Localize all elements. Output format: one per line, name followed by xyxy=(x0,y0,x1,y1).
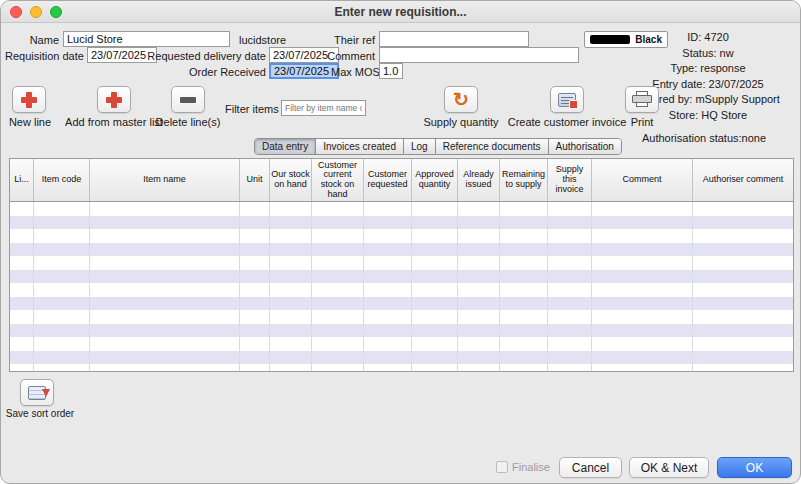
table-cell xyxy=(693,310,793,324)
table-row[interactable] xyxy=(10,364,793,371)
table-row[interactable] xyxy=(10,270,793,284)
table-cell xyxy=(500,229,548,243)
table-cell xyxy=(592,364,693,371)
table-cell xyxy=(270,364,312,371)
new-line-button[interactable] xyxy=(12,86,46,113)
tab-bar: Data entryInvoices createdLogReference d… xyxy=(254,138,622,155)
supply-quantity-button[interactable]: ↻ xyxy=(444,86,478,113)
table-row[interactable] xyxy=(10,337,793,351)
column-header-5[interactable]: Customer current stock on hand xyxy=(312,159,364,201)
table-cell xyxy=(412,216,458,230)
table-cell xyxy=(34,270,90,284)
save-sort-order-button[interactable] xyxy=(20,379,54,406)
column-header-8[interactable]: Already issued xyxy=(458,159,500,201)
table-cell xyxy=(500,256,548,270)
ok-button[interactable]: OK xyxy=(717,457,792,478)
column-header-9[interactable]: Remaining to supply xyxy=(500,159,548,201)
table-row[interactable] xyxy=(10,243,793,257)
table-cell xyxy=(592,337,693,351)
table-cell xyxy=(90,256,240,270)
column-header-0[interactable]: Li... xyxy=(10,159,34,201)
name-label: Name xyxy=(9,34,59,46)
tab-data-entry[interactable]: Data entry xyxy=(255,139,316,154)
table-cell xyxy=(592,351,693,365)
table-cell xyxy=(10,297,34,311)
table-row[interactable] xyxy=(10,283,793,297)
table-cell xyxy=(458,351,500,365)
tab-invoices-created[interactable]: Invoices created xyxy=(316,139,404,154)
max-mos-input[interactable] xyxy=(379,63,403,79)
column-header-2[interactable]: Item name xyxy=(90,159,240,201)
column-header-12[interactable]: Authoriser comment xyxy=(693,159,794,201)
table-cell xyxy=(693,202,793,216)
filter-items-label: Filter items xyxy=(225,103,279,115)
table-cell xyxy=(412,324,458,338)
ok-next-button[interactable]: OK & Next xyxy=(629,457,709,478)
table-cell xyxy=(458,297,500,311)
finalise-checkbox[interactable] xyxy=(496,461,508,473)
cancel-button[interactable]: Cancel xyxy=(559,457,622,478)
column-header-4[interactable]: Our stock on hand xyxy=(270,159,312,201)
create-customer-invoice-button[interactable] xyxy=(550,86,584,113)
comment-input[interactable] xyxy=(379,47,579,63)
table-cell xyxy=(312,324,364,338)
table-cell xyxy=(500,364,548,371)
table-cell xyxy=(500,337,548,351)
table-row[interactable] xyxy=(10,324,793,338)
table-cell xyxy=(240,256,270,270)
order-received-label: Order Received xyxy=(181,66,266,78)
column-header-7[interactable]: Approved quantity xyxy=(412,159,458,201)
table-cell xyxy=(458,202,500,216)
table-cell xyxy=(412,270,458,284)
column-header-3[interactable]: Unit xyxy=(240,159,270,201)
print-button[interactable] xyxy=(625,86,659,113)
table-cell xyxy=(548,256,592,270)
table-cell xyxy=(34,351,90,365)
table-row[interactable] xyxy=(10,351,793,365)
table-cell xyxy=(412,243,458,257)
requisition-lines-table: Li...Item codeItem nameUnitOur stock on … xyxy=(9,158,794,372)
delete-lines-button[interactable] xyxy=(171,86,205,113)
table-cell xyxy=(90,229,240,243)
table-cell xyxy=(592,216,693,230)
table-row[interactable] xyxy=(10,256,793,270)
table-cell xyxy=(548,351,592,365)
table-cell xyxy=(458,243,500,257)
max-mos-label: Max MOS xyxy=(331,66,375,78)
table-row[interactable] xyxy=(10,202,793,216)
tab-reference-documents[interactable]: Reference documents xyxy=(436,139,549,154)
table-cell xyxy=(548,364,592,371)
table-cell xyxy=(10,364,34,371)
column-header-11[interactable]: Comment xyxy=(592,159,693,201)
table-cell xyxy=(592,256,693,270)
printer-icon xyxy=(632,91,652,108)
table-cell xyxy=(412,283,458,297)
table-row[interactable] xyxy=(10,216,793,230)
table-cell xyxy=(34,283,90,297)
table-cell xyxy=(364,270,412,284)
table-cell xyxy=(364,202,412,216)
column-header-1[interactable]: Item code xyxy=(34,159,90,201)
table-cell xyxy=(90,310,240,324)
table-row[interactable] xyxy=(10,229,793,243)
requested-delivery-date-label: Requested delivery date xyxy=(146,50,266,62)
table-cell xyxy=(90,351,240,365)
column-header-6[interactable]: Customer requested xyxy=(364,159,412,201)
delete-lines-label: Delete line(s) xyxy=(152,116,224,128)
name-input[interactable] xyxy=(63,31,230,47)
their-ref-input[interactable] xyxy=(379,31,529,47)
column-header-10[interactable]: Supply this invoice xyxy=(548,159,592,201)
filter-items-input[interactable] xyxy=(281,100,366,116)
table-cell xyxy=(270,216,312,230)
comment-label: Comment xyxy=(327,50,375,62)
table-cell xyxy=(90,283,240,297)
table-row[interactable] xyxy=(10,310,793,324)
tab-log[interactable]: Log xyxy=(404,139,436,154)
order-received-input[interactable] xyxy=(269,63,339,79)
tab-authorisation[interactable]: Authorisation xyxy=(549,139,621,154)
table-cell xyxy=(10,229,34,243)
table-cell xyxy=(364,216,412,230)
table-cell xyxy=(34,256,90,270)
table-row[interactable] xyxy=(10,297,793,311)
add-from-master-list-button[interactable] xyxy=(97,86,131,113)
